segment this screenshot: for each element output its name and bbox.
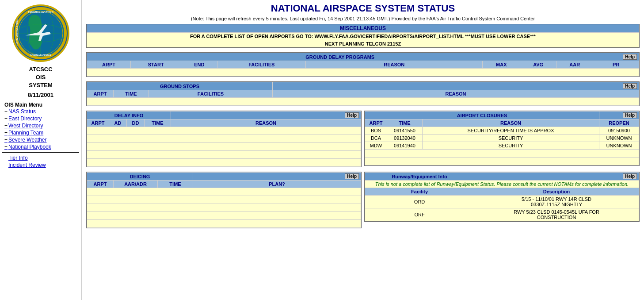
faa-logo: FEDERAL AVIATION COMMAND CENTER AIR TRAF… — [12, 4, 69, 62]
ground-stops-table: GROUND STOPS Help ARPT TIME FACILITIES R… — [87, 82, 639, 106]
deicing-empty-row-4 — [87, 212, 361, 220]
gdp-col-start: START — [131, 61, 181, 69]
airport-closures-section: AIRPORT CLOSURES Help ARPT TIME REASON R… — [364, 111, 640, 167]
date-display: 8/11/2001 — [28, 92, 53, 98]
deicing-section: DEICING Help ARPT AAR/ADR TIME PLAN? — [86, 172, 362, 228]
ac-col-arpt: ARPT — [365, 119, 387, 127]
ground-stops-section: GROUND STOPS Help ARPT TIME FACILITIES R… — [86, 81, 640, 106]
svg-text:AIR TRAFFIC CONTROL SYSTEM: AIR TRAFFIC CONTROL SYSTEM — [16, 19, 18, 50]
subtitle: (Note: This page will refresh every 5 mi… — [86, 16, 640, 21]
delay-info-empty-row-2 — [87, 135, 361, 143]
deicing-title: DEICING — [130, 174, 150, 179]
deicing-empty-row-3 — [87, 204, 361, 212]
table-row: DCA 09132040 SECURITY UNKNOWN — [365, 135, 639, 142]
airport-closures-title: AIRPORT CLOSURES — [457, 113, 507, 118]
ground-delay-header: GROUND DELAY PROGRAMS — [87, 53, 593, 61]
airport-closures-col-headers: ARPT TIME REASON REOPEN — [365, 119, 639, 127]
runway-header: Runway/Equipment Info — [365, 173, 474, 181]
ac-row-2-arpt: DCA — [365, 135, 387, 142]
ground-delay-help-cell: Help — [593, 53, 639, 61]
table-row: BOS 09141550 SECURITY/REOPEN TIME IS APP… — [365, 127, 639, 135]
deicing-header-row: DEICING Help — [87, 173, 361, 181]
deicing-empty-row-2 — [87, 196, 361, 204]
runway-col-facility: Facility — [365, 188, 474, 196]
table-row: ORF RWY 5/23 CLSD 0145-0545L UFA FOR CON… — [365, 208, 639, 221]
airport-closures-header-row: AIRPORT CLOSURES Help — [365, 112, 639, 119]
ac-row-2-reopen: UNKNOWN — [599, 135, 639, 142]
sidebar-item-incident-review[interactable]: Incident Review — [8, 162, 46, 168]
airport-closures-header: AIRPORT CLOSURES — [365, 112, 599, 119]
dc-col-arpt: ARPT — [87, 181, 114, 188]
ac-row-3-arpt: MDW — [365, 142, 387, 150]
sidebar-item-planning-team[interactable]: + Planning Team — [4, 130, 43, 136]
ground-delay-help-button[interactable]: Help — [623, 54, 637, 60]
re-row-1-facility: ORD — [365, 196, 474, 208]
agency-title: ATCSCCOISSYSTEM — [29, 65, 52, 90]
sidebar-divider — [2, 152, 79, 153]
ground-stops-empty-row — [87, 98, 639, 106]
gs-col-reason: REASON — [273, 90, 639, 98]
runway-disclaimer: This is not a complete list of Runway/Eq… — [365, 181, 639, 188]
airport-closures-help-button[interactable]: Help — [623, 112, 637, 118]
delay-info-help-cell: Help — [171, 112, 361, 119]
ac-row-2-time: 09132040 — [387, 135, 423, 142]
airport-closures-table: AIRPORT CLOSURES Help ARPT TIME REASON R… — [365, 111, 639, 165]
sidebar-item-tier-info[interactable]: Tier Info — [8, 155, 28, 161]
runway-help-button[interactable]: Help — [623, 173, 637, 179]
sidebar-item-severe-weather[interactable]: + Severe Weather — [4, 137, 47, 143]
re-row-2-description: RWY 5/23 CLSD 0145-0545L UFA FOR CONSTRU… — [474, 208, 639, 221]
plus-icon: + — [4, 130, 8, 136]
runway-col-headers: Facility Description — [365, 188, 639, 196]
misc-row-2: NEXT PLANNING TELCON 2115Z — [87, 40, 639, 47]
sidebar-item-east-directory[interactable]: + East Directory — [4, 115, 42, 122]
gs-col-facilities: FACILITIES — [149, 90, 273, 98]
di-col-ad: AD — [109, 119, 127, 127]
sidebar-item-national-playbook[interactable]: + National Playbook — [4, 144, 51, 150]
ground-stops-header-row: GROUND STOPS Help — [87, 82, 639, 90]
runway-title: Runway/Equipment Info — [392, 174, 447, 179]
plus-icon: + — [4, 123, 8, 129]
gdp-col-arpt: ARPT — [87, 61, 131, 69]
deicing-help-cell: Help — [193, 173, 361, 181]
gdp-col-max: MAX — [483, 61, 520, 69]
deicing-help-button[interactable]: Help — [345, 173, 359, 179]
delay-info-table: DELAY INFO Help ARPT AD DD TIME REASON — [87, 111, 361, 167]
ground-delay-section: GROUND DELAY PROGRAMS Help ARPT START EN… — [86, 52, 640, 77]
ac-row-3-reopen: UNKNOWN — [599, 142, 639, 150]
misc-row-1: FOR A COMPLETE LIST OF OPEN AIRPORTS GO … — [87, 32, 639, 40]
sidebar-label-east: East Directory — [8, 115, 42, 122]
plus-icon: + — [4, 137, 8, 143]
plus-icon: + — [4, 115, 8, 122]
misc-header: MISCELLANEOUS — [87, 24, 639, 32]
re-row-2-facility: ORF — [365, 208, 474, 221]
delay-info-section: DELAY INFO Help ARPT AD DD TIME REASON — [86, 111, 362, 167]
delay-info-col-headers: ARPT AD DD TIME REASON — [87, 119, 361, 127]
ac-col-time: TIME — [387, 119, 423, 127]
sidebar-item-nas-status[interactable]: + NAS Status — [4, 108, 36, 115]
ac-row-3-time: 09141940 — [387, 142, 423, 150]
page-title: NATIONAL AIRSPACE SYSTEM STATUS — [86, 3, 640, 14]
ground-stops-help-button[interactable]: Help — [623, 83, 637, 89]
svg-text:FEDERAL AVIATION: FEDERAL AVIATION — [28, 11, 53, 13]
ground-stops-help-cell: Help — [273, 82, 639, 90]
gdp-col-pr: PR — [593, 61, 639, 69]
airport-closures-help-cell: Help — [599, 112, 639, 119]
runway-header-row: Runway/Equipment Info Help — [365, 173, 639, 181]
gdp-col-facilities: FACILITIES — [217, 61, 306, 69]
delay-info-help-button[interactable]: Help — [345, 112, 359, 118]
deicing-empty-row-1 — [87, 188, 361, 196]
sidebar-item-west-directory[interactable]: + West Directory — [4, 123, 43, 129]
two-col-section: DELAY INFO Help ARPT AD DD TIME REASON — [86, 111, 640, 167]
ac-empty-row-1 — [365, 150, 639, 158]
sidebar-label-playbook: National Playbook — [8, 144, 51, 150]
gdp-col-end: END — [181, 61, 217, 69]
ac-row-1-reopen: 09150900 — [599, 127, 639, 135]
deicing-col-headers: ARPT AAR/ADR TIME PLAN? — [87, 181, 361, 188]
di-col-reason: REASON — [171, 119, 361, 127]
sidebar-label-planning: Planning Team — [8, 130, 43, 136]
plus-icon: + — [4, 108, 8, 115]
ground-delay-table: GROUND DELAY PROGRAMS Help ARPT START EN… — [87, 53, 639, 77]
sidebar: FEDERAL AVIATION COMMAND CENTER AIR TRAF… — [0, 0, 82, 300]
deicing-table: DEICING Help ARPT AAR/ADR TIME PLAN? — [87, 172, 361, 228]
runway-col-description: Description — [474, 188, 639, 196]
